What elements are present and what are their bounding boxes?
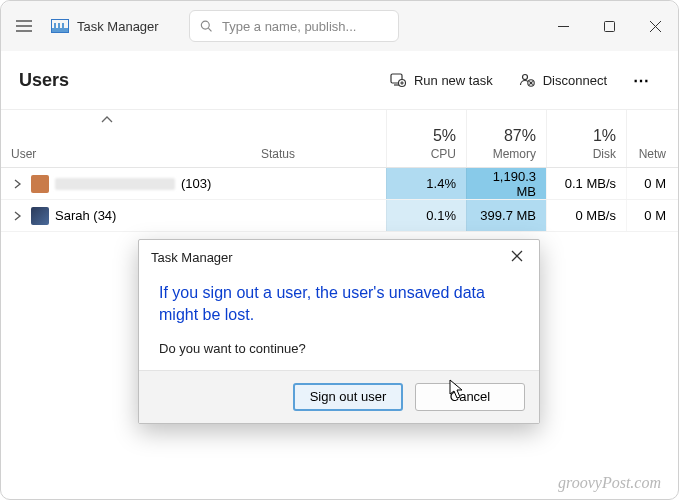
col-header-cpu[interactable]: 5% CPU <box>386 110 466 167</box>
cell-memory: 1,190.3 MB <box>466 168 546 199</box>
username-redacted <box>55 178 175 190</box>
svg-line-1 <box>208 28 211 31</box>
search-box[interactable] <box>189 10 399 42</box>
svg-point-11 <box>522 75 527 80</box>
run-new-task-label: Run new task <box>414 73 493 88</box>
cell-network: 0 M <box>626 200 676 231</box>
disconnect-icon <box>519 72 535 88</box>
more-options-button[interactable]: ⋯ <box>623 65 660 96</box>
svg-rect-3 <box>604 21 614 31</box>
section-title: Users <box>19 70 69 91</box>
window-controls <box>540 1 678 51</box>
app-icon <box>51 19 69 33</box>
close-button[interactable] <box>632 1 678 51</box>
chevron-right-icon <box>14 179 22 189</box>
col-header-network[interactable]: Netw <box>626 110 676 167</box>
avatar <box>31 207 49 225</box>
dialog-titlebar: Task Manager <box>139 240 539 274</box>
app-title: Task Manager <box>77 19 159 34</box>
cell-status <box>251 168 386 199</box>
run-new-task-button[interactable]: Run new task <box>380 66 503 94</box>
minimize-button[interactable] <box>540 1 586 51</box>
dialog-prompt-text: Do you want to continue? <box>159 341 519 356</box>
watermark: groovyPost.com <box>558 474 661 492</box>
col-header-status[interactable]: Status <box>251 110 386 167</box>
hamburger-menu-button[interactable] <box>1 1 47 51</box>
maximize-icon <box>604 21 615 32</box>
cell-disk: 0 MB/s <box>546 200 626 231</box>
avatar <box>31 175 49 193</box>
cell-memory: 399.7 MB <box>466 200 546 231</box>
cell-status <box>251 200 386 231</box>
minimize-icon <box>558 21 569 32</box>
cell-disk: 0.1 MB/s <box>546 168 626 199</box>
expand-row-button[interactable] <box>11 211 25 221</box>
expand-row-button[interactable] <box>11 179 25 189</box>
dialog-title-text: Task Manager <box>151 250 233 265</box>
table-header-row: User Status 5% CPU 87% Memory 1% Disk <box>1 110 678 168</box>
col-header-disk[interactable]: 1% Disk <box>546 110 626 167</box>
disconnect-label: Disconnect <box>543 73 607 88</box>
cell-cpu: 1.4% <box>386 168 466 199</box>
chevron-right-icon <box>14 211 22 221</box>
cancel-button[interactable]: Cancel <box>415 383 525 411</box>
search-icon <box>200 19 212 33</box>
table-row[interactable]: Sarah (34) 0.1% 399.7 MB 0 MB/s 0 M <box>1 200 678 232</box>
col-header-user[interactable]: User <box>1 110 251 167</box>
search-input[interactable] <box>222 19 388 34</box>
dialog-warning-text: If you sign out a user, the user's unsav… <box>159 282 519 327</box>
col-header-memory[interactable]: 87% Memory <box>466 110 546 167</box>
user-process-count: (103) <box>181 176 211 191</box>
cell-cpu: 0.1% <box>386 200 466 231</box>
toolbar: Users Run new task Disconnect ⋯ <box>1 51 678 109</box>
cell-network: 0 M <box>626 168 676 199</box>
hamburger-icon <box>16 20 32 32</box>
disconnect-button[interactable]: Disconnect <box>509 66 617 94</box>
signout-confirm-dialog: Task Manager If you sign out a user, the… <box>138 239 540 424</box>
maximize-button[interactable] <box>586 1 632 51</box>
sort-indicator-icon <box>101 116 113 124</box>
dialog-close-button[interactable] <box>507 246 527 269</box>
username: Sarah (34) <box>55 208 116 223</box>
svg-point-0 <box>201 21 209 29</box>
close-icon <box>650 21 661 32</box>
run-task-icon <box>390 72 406 88</box>
titlebar: Task Manager <box>1 1 678 51</box>
close-icon <box>511 250 523 262</box>
signout-user-button[interactable]: Sign out user <box>293 383 403 411</box>
table-row[interactable]: (103) 1.4% 1,190.3 MB 0.1 MB/s 0 M <box>1 168 678 200</box>
